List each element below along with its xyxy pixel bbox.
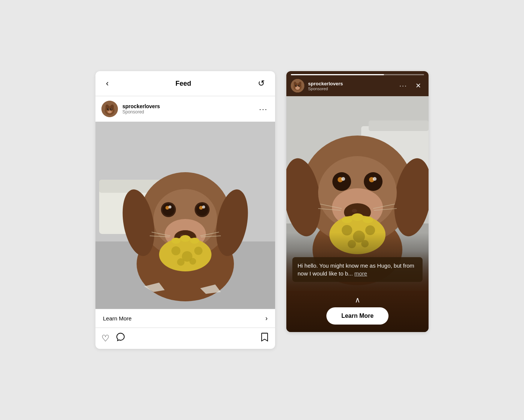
post-sponsored: Sponsored bbox=[122, 109, 253, 115]
story-close-button[interactable]: ✕ bbox=[412, 80, 424, 91]
svg-point-8 bbox=[108, 109, 109, 109]
svg-point-43 bbox=[190, 238, 199, 244]
svg-point-51 bbox=[295, 85, 297, 87]
feed-learn-more-text: Learn More bbox=[103, 315, 132, 322]
comment-button[interactable] bbox=[116, 332, 125, 344]
feed-header: ‹ Feed ↺ bbox=[95, 71, 275, 96]
feed-panel: ‹ Feed ↺ bbox=[95, 71, 275, 349]
svg-point-41 bbox=[171, 238, 180, 244]
feed-post-header: sprockerlovers Sponsored ··· bbox=[95, 96, 275, 122]
svg-point-52 bbox=[298, 85, 300, 87]
feed-learn-more-arrow: › bbox=[265, 314, 268, 322]
story-caption-box: Hi hello. You might know me as Hugo, but… bbox=[292, 257, 423, 282]
feed-actions-left: ♡ bbox=[101, 332, 125, 344]
story-top-bar: sprockerlovers Sponsored ··· ✕ bbox=[286, 75, 429, 96]
svg-point-6 bbox=[107, 108, 109, 110]
story-learn-more-button[interactable]: Learn More bbox=[326, 307, 389, 325]
post-username: sprockerlovers bbox=[122, 103, 253, 109]
story-avatar bbox=[291, 79, 304, 92]
bookmark-button[interactable] bbox=[260, 332, 269, 344]
svg-point-38 bbox=[194, 247, 202, 255]
like-button[interactable]: ♡ bbox=[101, 333, 110, 344]
feed-image bbox=[95, 122, 275, 309]
svg-point-36 bbox=[171, 246, 180, 255]
feed-actions: ♡ bbox=[95, 328, 275, 349]
svg-point-26 bbox=[196, 204, 208, 216]
svg-point-39 bbox=[177, 258, 185, 266]
main-container: ‹ Feed ↺ bbox=[80, 56, 444, 364]
svg-point-25 bbox=[162, 204, 174, 216]
story-caption-overlay: Hi hello. You might know me as Hugo, but… bbox=[286, 251, 429, 291]
svg-point-42 bbox=[180, 235, 191, 242]
refresh-button[interactable]: ↺ bbox=[255, 77, 268, 90]
svg-point-7 bbox=[110, 108, 112, 110]
story-bottom: ∧ Learn More bbox=[286, 291, 429, 332]
back-button[interactable]: ‹ bbox=[103, 78, 112, 89]
story-image: Hi hello. You might know me as Hugo, but… bbox=[286, 96, 429, 291]
svg-point-40 bbox=[189, 258, 196, 265]
story-sponsored: Sponsored bbox=[308, 86, 394, 91]
story-panel: sprockerlovers Sponsored ··· ✕ bbox=[286, 71, 429, 332]
feed-title: Feed bbox=[176, 80, 191, 88]
story-caption-more[interactable]: more bbox=[354, 270, 367, 277]
svg-point-53 bbox=[296, 85, 297, 86]
post-more-button[interactable]: ··· bbox=[258, 103, 269, 115]
svg-point-9 bbox=[111, 109, 112, 109]
svg-point-50 bbox=[295, 86, 300, 90]
svg-point-30 bbox=[202, 206, 205, 209]
story-caption-text: Hi hello. You might know me as Hugo, but… bbox=[298, 262, 414, 277]
avatar bbox=[101, 101, 118, 117]
svg-point-54 bbox=[299, 85, 300, 86]
story-username: sprockerlovers bbox=[308, 81, 394, 86]
feed-learn-more-bar[interactable]: Learn More › bbox=[95, 309, 275, 328]
story-post-info: sprockerlovers Sponsored bbox=[308, 81, 394, 91]
svg-point-29 bbox=[168, 206, 171, 209]
post-info: sprockerlovers Sponsored bbox=[122, 103, 253, 115]
story-chevron-icon: ∧ bbox=[355, 295, 360, 304]
story-more-button[interactable]: ··· bbox=[398, 80, 409, 91]
svg-point-5 bbox=[108, 111, 112, 113]
